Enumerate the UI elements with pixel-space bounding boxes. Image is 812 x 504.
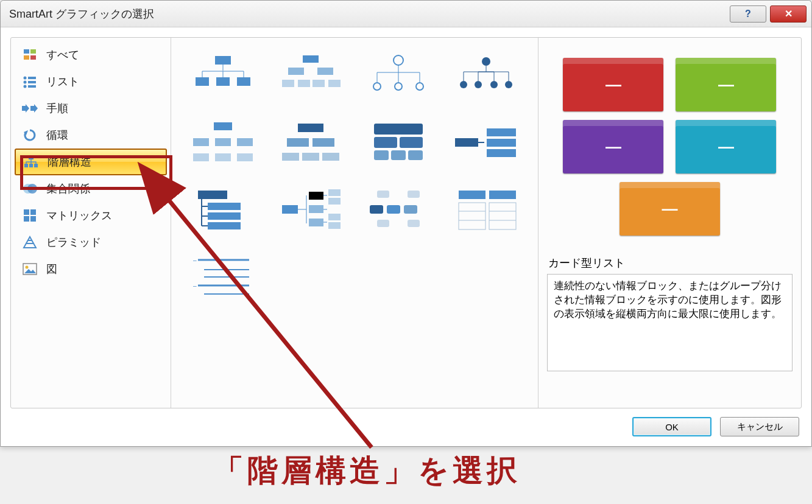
- category-label: リスト: [46, 74, 79, 89]
- svg-rect-82: [328, 214, 341, 220]
- layout-thumb[interactable]: [183, 50, 263, 102]
- layout-thumb[interactable]: ––: [183, 251, 263, 303]
- category-label: すべて: [46, 47, 79, 62]
- relationship-icon: [22, 182, 38, 195]
- svg-rect-51: [215, 138, 231, 146]
- ok-button[interactable]: OK: [632, 417, 711, 436]
- svg-rect-38: [312, 80, 325, 87]
- category-relationship[interactable]: 集合関係: [11, 175, 171, 202]
- svg-point-41: [373, 83, 381, 90]
- svg-rect-73: [208, 203, 241, 210]
- process-icon: [22, 102, 38, 115]
- category-matrix[interactable]: マトリックス: [11, 202, 171, 229]
- svg-rect-92: [489, 191, 516, 199]
- layout-thumb[interactable]: [183, 117, 263, 169]
- svg-rect-35: [317, 68, 333, 75]
- layout-thumb[interactable]: [359, 117, 438, 169]
- category-pyramid[interactable]: ピラミッド: [11, 229, 171, 256]
- svg-rect-9: [28, 85, 36, 88]
- layout-thumb[interactable]: [271, 50, 350, 102]
- svg-rect-68: [455, 138, 478, 147]
- help-icon: ?: [745, 9, 751, 19]
- svg-point-6: [24, 81, 27, 84]
- preview-card: —: [676, 120, 776, 173]
- svg-rect-78: [309, 205, 323, 213]
- svg-rect-57: [287, 138, 309, 147]
- svg-rect-7: [28, 81, 36, 83]
- help-button[interactable]: ?: [730, 5, 766, 23]
- svg-rect-90: [408, 220, 420, 227]
- category-label: 循環: [46, 128, 68, 142]
- svg-rect-22: [30, 216, 36, 222]
- preview-card: —: [620, 182, 720, 236]
- preview-card: —: [676, 58, 776, 111]
- layout-thumb[interactable]: [447, 50, 526, 102]
- svg-rect-65: [374, 150, 389, 160]
- svg-rect-49: [214, 122, 232, 130]
- svg-rect-29: [215, 56, 231, 65]
- svg-rect-59: [282, 153, 299, 161]
- category-picture[interactable]: 図: [11, 256, 171, 282]
- svg-rect-14: [24, 164, 28, 167]
- svg-rect-56: [298, 124, 323, 132]
- dialog-title: SmartArt グラフィックの選択: [9, 7, 730, 21]
- svg-rect-39: [328, 80, 341, 87]
- svg-rect-20: [30, 209, 36, 215]
- svg-rect-64: [400, 137, 423, 148]
- svg-rect-5: [28, 77, 36, 79]
- category-label: ピラミッド: [46, 235, 101, 250]
- category-hierarchy[interactable]: 階層構造: [15, 149, 167, 175]
- all-icon: [22, 48, 38, 61]
- layout-thumb[interactable]: [447, 117, 526, 169]
- preview-card: —: [563, 58, 663, 111]
- svg-rect-61: [322, 153, 339, 161]
- svg-rect-55: [237, 153, 253, 161]
- category-all[interactable]: すべて: [11, 41, 171, 68]
- category-cycle[interactable]: 循環: [11, 122, 171, 149]
- svg-rect-71: [487, 149, 516, 157]
- content-panel: すべて リスト 手順: [10, 37, 802, 408]
- svg-point-40: [394, 55, 403, 65]
- category-label: マトリックス: [46, 208, 112, 223]
- svg-text:–: –: [193, 257, 197, 264]
- cancel-button[interactable]: キャンセル: [720, 417, 799, 436]
- svg-rect-76: [282, 205, 298, 214]
- svg-rect-54: [215, 153, 231, 161]
- svg-rect-83: [328, 222, 341, 229]
- svg-rect-13: [29, 156, 34, 159]
- layout-thumb[interactable]: [271, 117, 350, 169]
- svg-marker-23: [24, 237, 36, 248]
- preview-canvas: — — — — —: [547, 46, 793, 247]
- cycle-icon: [22, 128, 38, 142]
- layout-gallery: ––: [171, 38, 538, 408]
- svg-point-46: [475, 81, 482, 88]
- preview-description: 連続性のない情報ブロック、またはグループ分けされた情報ブロックを示すのに使用しま…: [547, 274, 793, 371]
- svg-marker-28: [24, 269, 36, 273]
- hierarchy-icon: [23, 155, 39, 169]
- svg-rect-72: [198, 191, 227, 199]
- category-label: 手順: [46, 101, 68, 116]
- layout-thumb[interactable]: [271, 184, 350, 236]
- category-label: 階層構造: [48, 155, 91, 169]
- category-process[interactable]: 手順: [11, 95, 171, 122]
- category-list[interactable]: リスト: [11, 68, 171, 95]
- annotation-text: 「階層構造」を選択: [213, 450, 521, 491]
- svg-rect-37: [298, 80, 310, 87]
- svg-rect-75: [208, 222, 241, 229]
- svg-rect-32: [237, 77, 250, 86]
- layout-thumb[interactable]: [359, 184, 438, 236]
- close-button[interactable]: ✕: [770, 5, 807, 23]
- svg-rect-93: [459, 203, 485, 229]
- svg-rect-31: [216, 77, 230, 86]
- layout-thumb[interactable]: [447, 184, 526, 236]
- svg-rect-86: [370, 205, 383, 214]
- svg-rect-15: [29, 164, 33, 167]
- svg-rect-74: [208, 212, 241, 220]
- svg-rect-89: [377, 220, 389, 227]
- category-sidebar: すべて リスト 手順: [11, 38, 171, 408]
- layout-thumb[interactable]: [359, 50, 438, 102]
- svg-rect-3: [30, 55, 36, 60]
- layout-thumb[interactable]: [183, 184, 263, 236]
- svg-point-48: [505, 81, 512, 88]
- svg-rect-50: [193, 138, 209, 146]
